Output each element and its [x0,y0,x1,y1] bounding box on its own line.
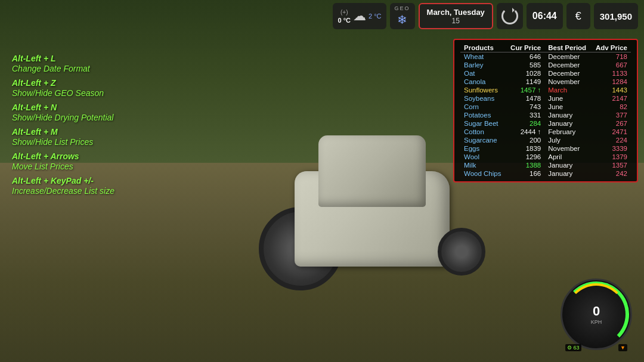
date-box: March, Tuesday 15 [419,3,493,29]
col-header-best-period: Best Period [544,44,591,52]
speedo-dial: 0 KPH ⚙ 63 ▼ [561,279,632,350]
speedo-fuel-display: ▼ [618,344,627,351]
best-period: June [544,103,591,111]
hint-key: Alt-Left + Z [12,78,114,88]
adv-price: 1357 [591,161,631,169]
adv-price: 2147 [591,94,631,103]
cur-price: 200 [506,136,544,144]
best-period: November [544,78,591,86]
tractor-wheel-front [438,228,485,276]
cur-price: 1388 [506,161,544,169]
product-name: Sugar Beet [460,119,506,128]
cur-price: 2444 ↑ [506,128,544,136]
tractor-cabin [318,135,426,207]
table-row: Cotton 2444 ↑ February 2471 [460,128,631,136]
best-period: March [544,86,591,94]
cur-price: 1478 [506,94,544,103]
adv-price: 1284 [591,78,631,86]
temp-plus-label: (+) [340,9,348,16]
adv-price: 3339 [591,144,631,153]
adv-price: 1443 [591,86,631,94]
money-display: 301,950 [600,11,632,21]
cur-price: 1457 ↑ [506,86,544,94]
cloud-icon: ☁ [353,8,366,24]
currency-symbol: € [575,10,581,23]
cur-price: 331 [506,111,544,119]
hint-key: Alt-Left + Arrows [12,151,114,161]
date-month-day: March, Tuesday [427,8,485,17]
price-table-body: Wheat 646 December 718 Barley 585 Decemb… [460,52,631,178]
adv-price: 1133 [591,69,631,78]
adv-price: 82 [591,103,631,111]
best-period: November [544,144,591,153]
best-period: January [544,111,591,119]
col-header-adv-price: Adv Price [591,44,631,52]
table-row: Eggs 1839 November 3339 [460,144,631,153]
cur-price: 1839 [506,144,544,153]
cur-price: 743 [506,103,544,111]
speedo-unit-label: KPH [591,319,602,325]
table-row: Sunflowers 1457 ↑ March 1443 [460,86,631,94]
table-row: Potatoes 331 January 377 [460,111,631,119]
best-period: February [544,128,591,136]
prices-table-element: Products Cur Price Best Period Adv Price… [460,44,631,178]
adv-price: 1379 [591,153,631,161]
hint-group: Alt-Left + M Show/Hide List Prices [12,127,114,147]
weather-box: (+) 0 °C ☁ 2 °C [333,3,386,29]
col-header-cur-price: Cur Price [506,44,544,52]
keyboard-hints: Alt-Left + L Change Date Format Alt-Left… [12,54,114,196]
product-name: Corn [460,103,506,111]
best-period: January [544,119,591,128]
adv-price: 667 [591,61,631,69]
cur-price: 585 [506,61,544,69]
product-name: Sunflowers [460,86,506,94]
top-hud: (+) 0 °C ☁ 2 °C GEO ❄ March, Tuesday 15 … [0,0,644,32]
hint-desc: Show/Hide List Prices [12,137,114,147]
hint-group: Alt-Left + N Show/Hide Drying Potential [12,103,114,122]
cur-price: 1028 [506,69,544,78]
cur-price: 1296 [506,153,544,161]
best-period: December [544,52,591,61]
best-period: July [544,136,591,144]
hint-key: Alt-Left + L [12,54,114,63]
cur-price: 1149 [506,78,544,86]
product-name: Milk [460,161,506,169]
hint-desc: Change Date Format [12,64,114,73]
best-period: April [544,153,591,161]
cur-price: 284 [506,119,544,128]
product-name: Eggs [460,144,506,153]
best-period: January [544,161,591,169]
table-row: Wheat 646 December 718 [460,52,631,61]
adv-price: 2471 [591,128,631,136]
hint-key: Alt-Left + KeyPad +/- [12,176,114,185]
time-box: 06:44 [527,3,563,29]
money-box: 301,950 [594,3,638,29]
speedo-gear-display: ⚙ 63 [565,344,581,351]
hint-key: Alt-Left + N [12,103,114,112]
hint-desc: Move List Prices [12,162,114,171]
hint-key: Alt-Left + M [12,127,114,137]
table-row: Milk 1388 January 1357 [460,161,631,169]
temp-cold-label: 0 °C [338,17,351,24]
table-row: Wood Chips 166 January 242 [460,169,631,178]
table-row: Sugarcane 200 July 224 [460,136,631,144]
geo-box: GEO ❄ [390,3,415,29]
table-row: Sugar Beet 284 January 267 [460,119,631,128]
currency-box: € [566,3,590,29]
cur-price: 166 [506,169,544,178]
date-day-num: 15 [452,17,460,25]
adv-price: 224 [591,136,631,144]
table-row: Barley 585 December 667 [460,61,631,69]
product-name: Canola [460,78,506,86]
price-table: Products Cur Price Best Period Adv Price… [453,39,638,182]
product-name: Wool [460,153,506,161]
product-name: Cotton [460,128,506,136]
hint-group: Alt-Left + Z Show/Hide GEO Season [12,78,114,98]
adv-price: 267 [591,119,631,128]
refresh-box[interactable] [497,3,523,29]
cur-price: 646 [506,52,544,61]
col-header-products: Products [460,44,506,52]
hint-group: Alt-Left + Arrows Move List Prices [12,151,114,171]
temp-current-label: 2 °C [369,13,382,20]
product-name: Potatoes [460,111,506,119]
